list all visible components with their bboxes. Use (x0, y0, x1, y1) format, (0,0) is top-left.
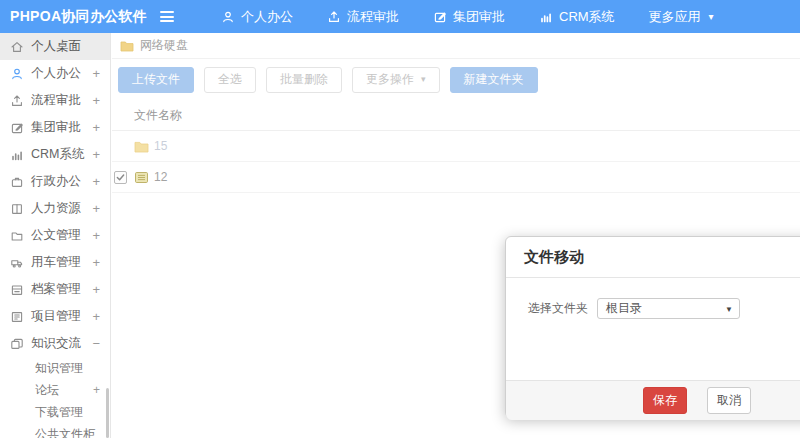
sidebar-item-group-approval[interactable]: 集团审批 + (0, 114, 110, 141)
sidebar-item-personal-desktop[interactable]: 个人桌面 (0, 33, 110, 60)
project-icon (10, 310, 24, 324)
sidebar-item-personal-office[interactable]: 个人办公 + (0, 60, 110, 87)
sidebar-item-human-resources[interactable]: 人力资源 + (0, 195, 110, 222)
select-caret-icon: ▼ (725, 306, 733, 314)
user-icon (10, 67, 24, 81)
sidebar-item-project-management[interactable]: 项目管理 + (0, 303, 110, 330)
caret-down-icon: ▾ (421, 75, 426, 84)
sidebar: 个人桌面 个人办公 + 流程审批 + 集团审批 + CRM系统 + 行政办公 +… (0, 33, 111, 438)
topnav-personal-office[interactable]: 个人办公 (204, 0, 310, 33)
home-icon (10, 40, 24, 54)
briefcase-icon (10, 175, 24, 189)
sidebar-subitem-public-file-cabinet[interactable]: 公共文件柜 (0, 423, 110, 438)
new-folder-button[interactable]: 新建文件夹 (450, 67, 538, 93)
upload-icon (327, 10, 341, 24)
top-bar: PHPOA协同办公软件 个人办公 流程审批 集团审批 CRM系统 更多应用 ▾ (0, 0, 800, 33)
more-operations-button[interactable]: 更多操作 ▾ (352, 67, 440, 93)
topnav-group-approval[interactable]: 集团审批 (416, 0, 522, 33)
top-navigation: 个人办公 流程审批 集团审批 CRM系统 更多应用 ▾ (204, 0, 731, 33)
topnav-more-apps[interactable]: 更多应用 ▾ (632, 0, 731, 33)
sidebar-subitem-knowledge-management[interactable]: 知识管理 (0, 357, 110, 379)
file-table: 文件名称 15 12 (112, 103, 800, 193)
file-name-column-header: 文件名称 (112, 103, 800, 131)
dialog-footer: 保存 取消 (506, 380, 800, 420)
dialog-title: 文件移动 (506, 237, 800, 278)
breadcrumb-label: 网络硬盘 (140, 37, 188, 54)
zip-file-icon (134, 171, 149, 184)
upload-file-button[interactable]: 上传文件 (118, 67, 194, 93)
table-row-folder-15[interactable]: 15 (112, 131, 800, 162)
row-checkbox-checked[interactable] (114, 171, 127, 184)
folder-icon (120, 40, 134, 52)
topnav-crm-system[interactable]: CRM系统 (522, 0, 632, 33)
breadcrumb: 网络硬盘 (112, 33, 800, 59)
folder-name: 15 (154, 139, 167, 153)
file-name: 12 (154, 170, 167, 184)
folder-icon (134, 140, 149, 153)
user-icon (221, 10, 235, 24)
save-button[interactable]: 保存 (643, 387, 687, 414)
caret-down-icon: ▾ (709, 12, 714, 22)
table-row-file-12[interactable]: 12 (112, 162, 800, 193)
upload-icon (10, 94, 24, 108)
sidebar-scrollbar[interactable] (106, 388, 109, 438)
check-icon (116, 173, 125, 182)
app-logo: PHPOA协同办公软件 (0, 8, 128, 26)
book-icon (10, 202, 24, 216)
sidebar-item-workflow-approval[interactable]: 流程审批 + (0, 87, 110, 114)
truck-icon (10, 256, 24, 270)
toolbar: 上传文件 全选 批量删除 更多操作 ▾ 新建文件夹 (112, 59, 800, 95)
sidebar-subitem-download-management[interactable]: 下载管理 (0, 401, 110, 423)
layers-icon (10, 337, 24, 351)
document-icon (10, 229, 24, 243)
chart-icon (539, 10, 553, 24)
batch-delete-button[interactable]: 批量删除 (266, 67, 342, 93)
dialog-body: 选择文件夹 根目录 ▼ (506, 278, 800, 380)
sidebar-item-vehicle-management[interactable]: 用车管理 + (0, 249, 110, 276)
selected-folder-value: 根目录 (606, 300, 642, 317)
sidebar-item-archive-management[interactable]: 档案管理 + (0, 276, 110, 303)
select-folder-label: 选择文件夹 (528, 298, 588, 319)
edit-icon (10, 121, 24, 135)
sidebar-item-crm-system[interactable]: CRM系统 + (0, 141, 110, 168)
hamburger-menu-icon[interactable] (156, 7, 178, 26)
sidebar-item-knowledge-exchange[interactable]: 知识交流 − (0, 330, 110, 357)
cancel-button[interactable]: 取消 (707, 387, 751, 414)
folder-select[interactable]: 根目录 ▼ (597, 298, 740, 319)
select-all-button[interactable]: 全选 (204, 67, 256, 93)
file-move-dialog: 文件移动 选择文件夹 根目录 ▼ 保存 取消 (505, 236, 800, 418)
topnav-workflow-approval[interactable]: 流程审批 (310, 0, 416, 33)
edit-icon (433, 10, 447, 24)
sidebar-subitem-forum[interactable]: 论坛 + (0, 379, 110, 401)
archive-icon (10, 283, 24, 297)
chart-icon (10, 148, 24, 162)
sidebar-item-admin-office[interactable]: 行政办公 + (0, 168, 110, 195)
sidebar-item-document-management[interactable]: 公文管理 + (0, 222, 110, 249)
